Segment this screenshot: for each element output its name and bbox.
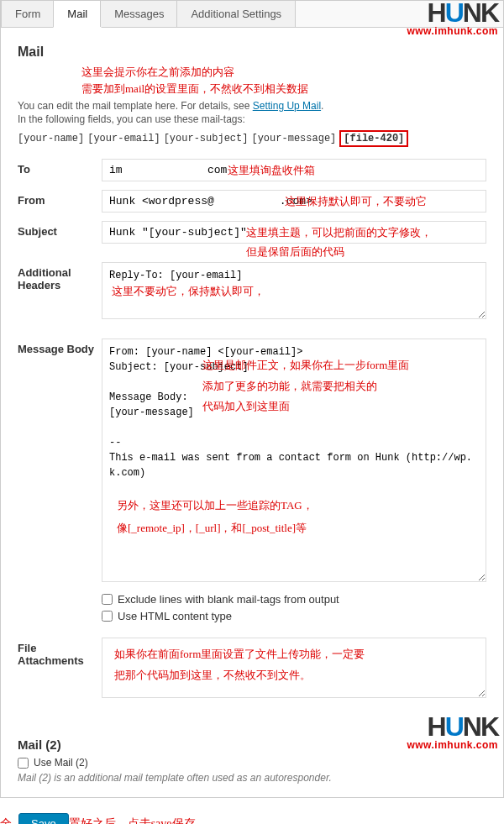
headers-input[interactable] [102,262,486,319]
html-label: Use HTML content type [118,610,232,622]
attach-input[interactable] [102,638,486,698]
mail-tags: [your-name] [your-email] [your-subject] … [18,130,486,147]
html-checkbox[interactable] [102,611,113,622]
setting-up-mail-link[interactable]: Setting Up Mail [253,100,321,112]
attach-label: File Attachments [18,638,102,667]
from-input[interactable] [102,190,486,213]
note-top-2: 需要加到mail的设置里面，不然收不到相关数据 [81,81,486,97]
desc-tags: In the following fields, you can use the… [18,113,486,125]
tab-mail[interactable]: Mail [53,0,102,28]
note-top-1: 这里会提示你在之前添加的内容 [81,65,486,80]
exclude-label: Exclude lines with blank mail-tags from … [118,593,339,606]
file-tag: [file-420] [339,130,408,147]
tab-form[interactable]: Form [1,0,55,27]
save-note-post: 置好之后，点击save保存 [69,817,196,824]
logo-bottom: HUNK www.imhunk.com [407,715,498,751]
desc-edit: You can edit the mail template here. For… [18,100,486,112]
subject-note-2: 但是保留后面的代码 [246,244,344,260]
logo: HUNK www.imhunk.com [407,1,498,37]
headers-label: Additional Headers [18,262,102,291]
mail-title: Mail [18,45,486,60]
mail2-label: Use Mail (2) [34,757,88,769]
subject-input[interactable] [102,221,486,244]
tab-messages[interactable]: Messages [100,0,178,27]
tab-additional[interactable]: Additional Settings [176,0,296,27]
from-label: From [18,190,102,207]
body-label: Message Body [18,339,102,355]
to-input[interactable] [102,159,486,181]
subject-label: Subject [18,221,102,238]
body-input[interactable] [102,339,486,582]
save-note-pre: 全 [0,817,12,824]
exclude-checkbox[interactable] [102,594,113,605]
mail2-checkbox[interactable] [18,758,29,769]
to-label: To [18,159,102,176]
mail2-hint: Mail (2) is an additional mail template … [18,772,486,784]
save-button[interactable]: Save [18,813,69,824]
